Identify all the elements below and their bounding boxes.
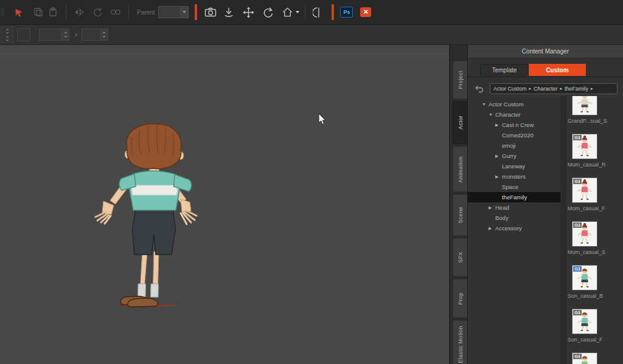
- home-view-dropdown-icon[interactable]: [296, 11, 299, 13]
- height-spinner[interactable]: [100, 29, 108, 40]
- tab-actor[interactable]: Actor: [453, 101, 467, 144]
- thumbnail-image[interactable]: G3: [573, 266, 597, 290]
- tab-elastic-motion[interactable]: Elastic Motion: [453, 320, 467, 364]
- height-field[interactable]: [82, 29, 108, 41]
- tree-item-space[interactable]: Space: [468, 182, 560, 192]
- width-spinner[interactable]: [61, 29, 69, 40]
- content-manager-title: Content Manager: [468, 45, 623, 58]
- rotate-tool-icon[interactable]: [260, 5, 275, 19]
- content-thumbnail-partial[interactable]: G3: [566, 353, 623, 364]
- content-thumbnail-mom-casual-s[interactable]: G3 Mom_casual_S: [566, 222, 623, 256]
- tree-toggle-icon[interactable]: ▼: [482, 102, 489, 106]
- tab-custom[interactable]: Custom: [529, 64, 586, 76]
- tree-scrollbar-gutter[interactable]: [560, 96, 566, 364]
- tree-item-label: theFamily: [502, 194, 527, 201]
- tab-template[interactable]: Template: [480, 64, 529, 76]
- tree-toggle-icon[interactable]: ▶: [489, 226, 495, 231]
- tree-toggle-icon[interactable]: ▼: [489, 112, 495, 117]
- thumbnail-label: Mom_casual_R: [566, 161, 623, 168]
- thumbnail-label: Son_casual_F: [566, 336, 623, 343]
- tree-item-monsters[interactable]: ▶monsters: [468, 171, 560, 182]
- tree-item-character[interactable]: ▼Character: [468, 109, 560, 120]
- spinner-stack[interactable]: [1, 27, 13, 43]
- folder-tree: ▼Actor Custom▼Character▶Cast n CrewComed…: [468, 96, 560, 364]
- tree-item-label: Body: [495, 215, 509, 221]
- tree-item-emoji[interactable]: emoji: [468, 140, 560, 151]
- tab-label: Prop: [458, 292, 464, 305]
- thumbnail-label: Son_casual_B: [566, 292, 623, 300]
- move-tool-icon[interactable]: [241, 5, 256, 19]
- tree-item-label: Laneway: [502, 163, 525, 170]
- thumbnail-label: Mom_casual_F: [566, 205, 623, 212]
- parent-combobox[interactable]: [158, 6, 189, 18]
- tab-project[interactable]: Project: [453, 61, 467, 99]
- tree-item-label: Head: [495, 204, 509, 211]
- width-value: [40, 29, 61, 40]
- tree-item-accessory[interactable]: ▶Accessory: [468, 223, 560, 233]
- thumbnail-image[interactable]: G3: [573, 309, 597, 334]
- stage-canvas[interactable]: [0, 45, 449, 364]
- breadcrumb-segment[interactable]: Actor Custom: [493, 86, 527, 92]
- select-tool-icon[interactable]: [12, 5, 26, 19]
- render-style-icon[interactable]: [311, 5, 325, 19]
- copy-icon[interactable]: [31, 5, 46, 19]
- width-field[interactable]: [39, 29, 69, 41]
- thumbnail-image[interactable]: G3: [573, 178, 597, 202]
- content-thumbnail-mom-casual-f[interactable]: G3 Mom_casual_F: [566, 178, 623, 212]
- chevron-down-icon[interactable]: [180, 7, 188, 18]
- content-thumbnail-grandp-sual-s[interactable]: GrandP...sual_S: [566, 96, 623, 125]
- tab-sfx[interactable]: SFX: [453, 238, 467, 276]
- paste-icon[interactable]: [46, 5, 60, 19]
- tree-item-label: Space: [502, 184, 518, 190]
- thumbnail-label: GrandP...sual_S: [566, 117, 623, 125]
- tree-item-gurry[interactable]: ▶Gurry: [468, 151, 560, 161]
- tree-toggle-icon[interactable]: ▶: [495, 174, 502, 179]
- tab-label: SFX: [458, 252, 464, 263]
- tab-animation[interactable]: Animation: [453, 146, 467, 192]
- toolbar-separator: [128, 5, 129, 19]
- photoshop-link-icon[interactable]: Ps: [340, 7, 353, 18]
- thumbnail-image[interactable]: [573, 96, 597, 115]
- tree-toggle-icon[interactable]: ▶: [495, 154, 502, 159]
- thumbnail-image[interactable]: G3: [573, 353, 597, 364]
- generation-badge: G3: [573, 266, 582, 272]
- content-manager-body: ▼Actor Custom▼Character▶Cast n CrewComed…: [468, 96, 623, 364]
- tree-item-comed2020[interactable]: Comed2020: [468, 130, 560, 140]
- camera-view-icon[interactable]: [203, 5, 218, 19]
- tree-item-laneway[interactable]: Laneway: [468, 161, 560, 171]
- tree-item-label: Accessory: [495, 225, 522, 232]
- content-thumbnail-son-casual-f[interactable]: G3 Son_casual_F: [566, 309, 623, 343]
- exchange-export-icon[interactable]: ✕: [360, 7, 371, 17]
- generation-badge: G3: [573, 310, 582, 315]
- breadcrumb-segment[interactable]: theFamily: [565, 86, 588, 92]
- tree-item-actor-custom[interactable]: ▼Actor Custom: [468, 99, 560, 109]
- tree-item-head[interactable]: ▶Head: [468, 202, 560, 213]
- breadcrumb-segment[interactable]: Character: [534, 86, 558, 92]
- breadcrumb-row: Actor Custom▸Character▸theFamily▸: [473, 83, 618, 94]
- content-thumbnail-mom-casual-r[interactable]: G3 Mom_casual_R: [566, 134, 623, 168]
- breadcrumb-path[interactable]: Actor Custom▸Character▸theFamily▸: [490, 83, 618, 94]
- lock-ratio-button[interactable]: [17, 28, 30, 41]
- tree-toggle-icon[interactable]: ▶: [495, 123, 502, 128]
- reset-rotate-icon[interactable]: [90, 5, 105, 19]
- times-label: x: [75, 32, 78, 38]
- thumbnail-image[interactable]: G3: [573, 222, 597, 246]
- tab-prop[interactable]: Prop: [453, 279, 467, 318]
- character-actor[interactable]: [0, 45, 449, 364]
- thumbnail-image[interactable]: G3: [573, 134, 597, 159]
- breadcrumb-arrow-icon: ▸: [529, 86, 532, 91]
- content-thumbnail-son-casual-b[interactable]: G3 Son_casual_B: [566, 266, 623, 300]
- mouse-cursor: [318, 113, 327, 125]
- drop-to-ground-icon[interactable]: [221, 5, 236, 19]
- tree-item-cast-n-crew[interactable]: ▶Cast n Crew: [468, 120, 560, 130]
- tree-toggle-icon[interactable]: ▶: [489, 205, 495, 210]
- generation-badge: G3: [573, 135, 582, 140]
- link-icon[interactable]: [108, 5, 123, 19]
- tree-item-body[interactable]: Body: [468, 213, 560, 223]
- back-icon[interactable]: [473, 84, 484, 94]
- tab-scene[interactable]: Scene: [453, 194, 467, 236]
- home-view-icon[interactable]: [280, 5, 294, 19]
- tree-item-thefamily[interactable]: theFamily: [468, 192, 560, 202]
- thumbnail-list: GrandP...sual_SG3 Mom_casual_RG3 Mom_cas…: [566, 96, 623, 364]
- flip-icon[interactable]: [72, 5, 86, 19]
